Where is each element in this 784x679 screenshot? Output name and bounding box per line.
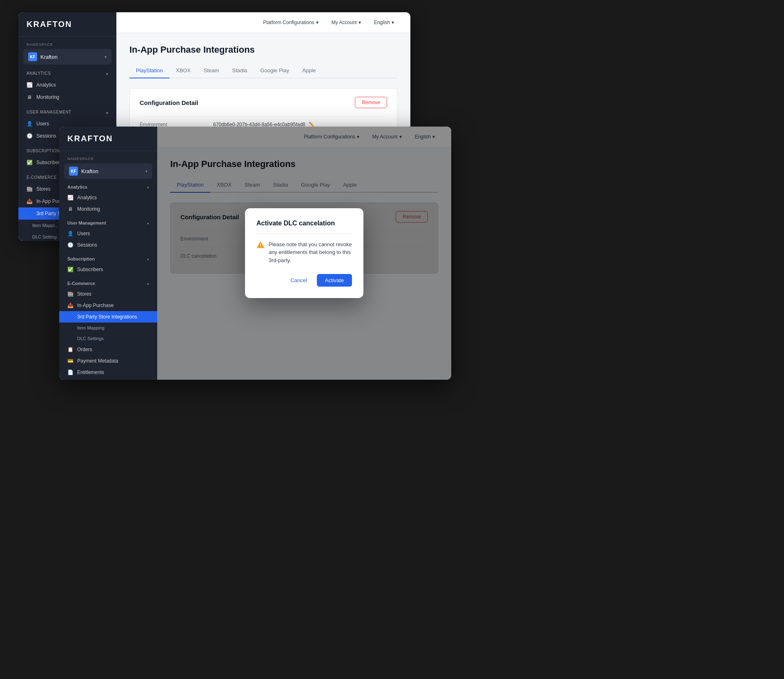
sidebar-item-entitlements-fg[interactable]: 📄 Entitlements <box>59 367 157 378</box>
svg-text:!: ! <box>260 243 261 248</box>
sessions-icon-fg: 🕐 <box>67 242 73 248</box>
namespace-name-fg: Krafton <box>81 168 142 174</box>
monitoring-icon-fg: 🖥 <box>67 206 73 212</box>
namespace-selector-fg[interactable]: KF Krafton ▾ <box>64 163 152 179</box>
sidebar-item-3rdparty-fg[interactable]: 3rd Party Store Integrations <box>59 311 157 323</box>
orders-icon-fg: 📋 <box>67 347 73 352</box>
topbar-bg: Platform Configurations ▾ My Account ▾ E… <box>116 12 410 33</box>
my-account-btn-bg[interactable]: My Account ▾ <box>327 17 366 28</box>
3rdparty-icon-bg <box>27 211 32 216</box>
sidebar-item-inapp-fg[interactable]: 📥 In-App Purchase <box>59 300 157 311</box>
dialog-box: Activate DLC cancelation ! Please note t… <box>245 208 363 298</box>
sidebar-item-users-fg[interactable]: 👤 Users <box>59 228 157 239</box>
tab-steam-bg[interactable]: Steam <box>197 63 226 78</box>
warning-icon: ! <box>256 241 265 249</box>
tab-apple-bg[interactable]: Apple <box>296 63 322 78</box>
page-title-bg: In-App Purchase Integrations <box>129 45 397 55</box>
subscription-chevron-fg: ▴ <box>147 257 149 261</box>
activate-button[interactable]: Activate <box>317 274 352 287</box>
usermgmt-chevron-fg: ▴ <box>147 221 149 225</box>
platform-config-btn-bg[interactable]: Platform Configurations ▾ <box>258 17 323 28</box>
logo-bg: KRAFTON <box>27 20 72 29</box>
analytics-section-fg[interactable]: Analytics ▴ <box>59 179 157 192</box>
stores-icon-fg: 🏬 <box>67 291 73 297</box>
analytics-icon-fg: 📈 <box>67 195 73 200</box>
analytics-header-bg[interactable]: Analytics ▴ <box>18 71 116 79</box>
main-content-fg: Platform Configurations ▾ My Account ▾ E… <box>157 127 451 380</box>
ecommerce-section-fg[interactable]: E-Commerce ▴ <box>59 275 157 288</box>
tabs-bg: PlayStation XBOX Steam Stadia Google Pla… <box>129 63 397 78</box>
inapp-icon-fg: 📥 <box>67 303 73 308</box>
tab-xbox-bg[interactable]: XBOX <box>169 63 197 78</box>
namespace-chevron-bg: ▾ <box>105 55 107 59</box>
entitlements-icon-fg: 📄 <box>67 370 73 375</box>
my-account-chevron-bg: ▾ <box>359 20 361 25</box>
users-icon-fg: 👤 <box>67 231 73 236</box>
tab-googleplay-bg[interactable]: Google Play <box>254 63 296 78</box>
namespace-avatar-bg: KF <box>28 52 37 61</box>
sidebar-item-dlcsettings-fg[interactable]: DLC Settings <box>59 333 157 344</box>
dialog-message: Please note that you cannot revoke any e… <box>269 240 352 265</box>
subscription-section-fg[interactable]: Subscription ▴ <box>59 251 157 264</box>
config-card-title-bg: Configuration Detail <box>140 99 198 106</box>
sidebar-item-payment-fg[interactable]: 💳 Payment Metadata <box>59 355 157 367</box>
payment-icon-fg: 💳 <box>67 358 73 364</box>
inapp-icon-bg: 📥 <box>27 198 32 204</box>
language-chevron-bg: ▾ <box>392 20 394 25</box>
analytics-section-title-fg: Analytics <box>67 185 87 189</box>
dialog-body: ! Please note that you cannot revoke any… <box>256 240 352 265</box>
ecommerce-title-fg: E-Commerce <box>67 281 95 286</box>
analytics-icon-bg: 📈 <box>27 82 32 88</box>
analytics-section-bg: Analytics ▴ 📈 Analytics 🖥 Monitoring <box>18 65 116 103</box>
sidebar-item-analytics-bg[interactable]: 📈 Analytics <box>18 79 116 91</box>
sidebar-item-analytics-fg[interactable]: 📈 Analytics <box>59 192 157 203</box>
analytics-chevron-fg: ▴ <box>147 185 149 189</box>
subscribers-icon-bg: ✅ <box>27 160 32 165</box>
sidebar-item-subscribers-fg[interactable]: ✅ Subscribers <box>59 264 157 275</box>
logo-area-fg: KRAFTON <box>59 127 157 151</box>
monitoring-icon-bg: 🖥 <box>27 94 32 100</box>
namespace-name-bg: Krafton <box>40 54 101 60</box>
user-mgmt-header-bg[interactable]: User Management ▴ <box>18 110 116 118</box>
usermgmt-section-fg[interactable]: User Management ▴ <box>59 215 157 228</box>
sidebar-item-itemmapping-fg[interactable]: Item Mapping <box>59 323 157 333</box>
logo-area-bg: KRAFTON <box>18 12 116 37</box>
stores-icon-bg: 🏬 <box>27 186 32 192</box>
namespace-avatar-fg: KF <box>69 167 78 176</box>
namespace-selector-bg[interactable]: KF Krafton ▾ <box>23 49 111 65</box>
language-btn-bg[interactable]: English ▾ <box>369 17 399 28</box>
namespace-chevron-fg: ▾ <box>145 169 147 174</box>
subscribers-icon-fg: ✅ <box>67 267 73 272</box>
sidebar-item-orders-fg[interactable]: 📋 Orders <box>59 344 157 355</box>
users-icon-bg: 👤 <box>27 121 32 127</box>
logo-fg: KRAFTON <box>67 134 113 143</box>
remove-button-bg[interactable]: Remove <box>355 97 387 108</box>
namespace-label-bg: NAMESPACE <box>27 42 108 47</box>
cancel-button[interactable]: Cancel <box>285 274 312 287</box>
sidebar-item-monitoring-bg[interactable]: 🖥 Monitoring <box>18 91 116 103</box>
sessions-icon-bg: 🕐 <box>27 133 32 139</box>
sidebar-item-sessions-fg[interactable]: 🕐 Sessions <box>59 239 157 251</box>
config-card-header-bg: Configuration Detail Remove <box>140 97 387 108</box>
tab-stadia-bg[interactable]: Stadia <box>225 63 254 78</box>
foreground-window: KRAFTON NAMESPACE KF Krafton ▾ Analytics… <box>59 127 451 380</box>
dialog-overlay: Activate DLC cancelation ! Please note t… <box>157 127 451 380</box>
sidebar-fg: KRAFTON NAMESPACE KF Krafton ▾ Analytics… <box>59 127 157 380</box>
platform-config-chevron-bg: ▾ <box>316 20 318 25</box>
dialog-divider <box>256 234 352 234</box>
analytics-chevron-bg: ▴ <box>106 71 109 76</box>
tab-playstation-bg[interactable]: PlayStation <box>129 63 169 78</box>
dialog-title: Activate DLC cancelation <box>256 220 352 227</box>
sidebar-item-monitoring-fg[interactable]: 🖥 Monitoring <box>59 203 157 215</box>
dialog-actions: Cancel Activate <box>256 274 352 287</box>
usermgmt-title-fg: User Management <box>67 220 106 225</box>
subscription-title-fg: Subscription <box>67 256 95 261</box>
ecommerce-chevron-fg: ▴ <box>147 281 149 285</box>
sidebar-item-stores-fg[interactable]: 🏬 Stores <box>59 288 157 300</box>
namespace-label-fg: NAMESPACE <box>67 157 149 161</box>
